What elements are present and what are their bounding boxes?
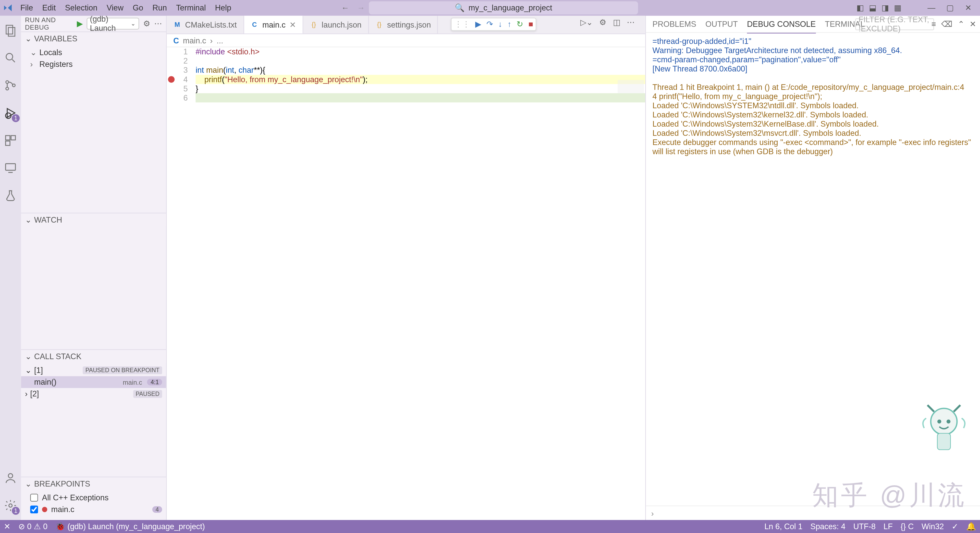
window-close-icon[interactable]: ✕ [959, 0, 977, 16]
debug-badge: 1 [12, 115, 20, 122]
status-indent[interactable]: Spaces: 4 [810, 522, 845, 531]
menu-file[interactable]: File [16, 0, 38, 16]
run-code-icon[interactable]: ▷⌄ [580, 18, 593, 27]
panel-tab-output[interactable]: OUTPUT [705, 19, 738, 29]
activity-debug-icon[interactable]: 1 [3, 105, 18, 121]
filter-icon[interactable]: ≡ [932, 19, 936, 29]
console-filter-input[interactable]: Filter (e.g. text, !exclude) [855, 18, 934, 30]
chevron-up-icon[interactable]: ⌃ [958, 19, 964, 29]
breakpoints-header[interactable]: ⌄BREAKPOINTS [21, 477, 166, 490]
status-encoding[interactable]: UTF-8 [853, 522, 875, 531]
restart-icon[interactable]: ↻ [517, 20, 523, 29]
menu-help[interactable]: Help [210, 0, 236, 16]
close-icon[interactable]: ✕ [290, 20, 296, 29]
vscode-logo-icon [0, 3, 16, 13]
bp-checkbox[interactable] [30, 506, 38, 513]
panel-tab-debug-console[interactable]: DEBUG CONSOLE [747, 19, 816, 33]
activity-extensions-icon[interactable] [3, 133, 18, 149]
breadcrumb[interactable]: C main.c › ... [167, 34, 645, 47]
callstack-header[interactable]: ⌄CALL STACK [21, 350, 166, 363]
variables-registers[interactable]: ›Registers [21, 59, 166, 70]
split-editor-icon[interactable]: ◫ [613, 18, 620, 27]
status-remote-icon[interactable]: ✕ [4, 522, 11, 531]
variables-locals[interactable]: ⌄Locals [21, 47, 166, 59]
menu-go[interactable]: Go [128, 0, 148, 16]
stop-icon[interactable]: ■ [528, 20, 533, 29]
command-center[interactable]: 🔍 my_c_language_project [369, 1, 638, 14]
status-prettier-icon[interactable]: ✓ [952, 522, 958, 531]
debug-repl-input[interactable]: › [646, 506, 980, 520]
activity-explorer-icon[interactable] [3, 22, 18, 38]
status-platform[interactable]: Win32 [921, 522, 944, 531]
variables-header[interactable]: ⌄VARIABLES [21, 32, 166, 45]
code-editor[interactable]: 123456 #include <stdio.h> int main(int, … [167, 47, 645, 520]
status-cursor[interactable]: Ln 6, Col 1 [764, 522, 802, 531]
gear-icon[interactable]: ⚙ [599, 18, 606, 27]
window-maximize-icon[interactable]: ▢ [941, 0, 959, 16]
step-into-icon[interactable]: ↓ [498, 20, 502, 29]
chevron-right-icon: › [30, 60, 37, 69]
menu-terminal[interactable]: Terminal [172, 0, 210, 16]
json-file-icon: {} [310, 21, 318, 29]
activity-scm-icon[interactable] [3, 77, 18, 93]
start-debug-icon[interactable]: ▶ [77, 19, 83, 28]
watch-header[interactable]: ⌄WATCH [21, 213, 166, 226]
status-debug-session[interactable]: 🐞 (gdb) Launch (my_c_language_project) [56, 522, 205, 531]
layout-right-icon[interactable]: ◨ [881, 3, 889, 13]
nav-forward-icon[interactable]: → [357, 3, 365, 13]
activity-search-icon[interactable] [3, 50, 18, 65]
minimap[interactable] [617, 80, 644, 93]
step-out-icon[interactable]: ↑ [508, 20, 511, 29]
thread-state: PAUSED [133, 390, 162, 398]
svg-point-12 [9, 504, 12, 507]
tab-launch-json[interactable]: {}launch.json [303, 16, 369, 33]
menu-selection[interactable]: Selection [60, 0, 102, 16]
close-icon[interactable]: ✕ [969, 19, 976, 29]
clear-icon[interactable]: ⌫ [941, 19, 953, 29]
svg-point-2 [6, 53, 13, 60]
chevron-down-icon: ⌄ [25, 34, 32, 43]
bp-all-cpp-exceptions[interactable]: All C++ Exceptions [21, 492, 166, 503]
tab-cmakelists[interactable]: MCMakeLists.txt [167, 16, 244, 33]
line-gutter: 123456 [167, 47, 192, 102]
settings-badge: 1 [12, 507, 20, 515]
activity-settings-icon[interactable]: 1 [3, 498, 18, 514]
status-language[interactable]: {} C [900, 522, 914, 531]
layout-custom-icon[interactable]: ▦ [894, 3, 901, 13]
gear-icon[interactable]: ⚙ [143, 19, 150, 28]
tab-main-c[interactable]: Cmain.c✕ [244, 16, 303, 33]
more-icon[interactable]: ⋯ [627, 18, 635, 27]
menu-run[interactable]: Run [148, 0, 172, 16]
layout-left-icon[interactable]: ◧ [856, 3, 864, 13]
svg-rect-1 [8, 27, 15, 36]
bp-main-c[interactable]: main.c 4 [21, 504, 166, 515]
menu-view[interactable]: View [102, 0, 128, 16]
layout-bottom-icon[interactable]: ⬓ [869, 3, 876, 13]
activity-remote-icon[interactable] [3, 160, 18, 176]
nav-back-icon[interactable]: ← [341, 3, 349, 13]
callstack-thread-2[interactable]: › [2] PAUSED [21, 388, 166, 400]
panel-tab-problems[interactable]: PROBLEMS [652, 19, 697, 29]
step-over-icon[interactable]: ↷ [487, 20, 493, 29]
tab-settings-json[interactable]: {}settings.json [369, 16, 438, 33]
continue-icon[interactable]: ▶ [475, 20, 481, 29]
editor-area: MCMakeLists.txt Cmain.c✕ {}launch.json {… [167, 16, 645, 520]
svg-rect-16 [937, 433, 950, 450]
thread-state: PAUSED ON BREAKPOINT [83, 366, 162, 374]
more-icon[interactable]: ⋯ [154, 19, 162, 28]
json-file-icon: {} [375, 21, 383, 29]
status-bell-icon[interactable]: 🔔 [966, 522, 976, 531]
grip-icon[interactable]: ⋮⋮ [454, 20, 470, 29]
window-minimize-icon[interactable]: ― [922, 0, 941, 16]
bp-checkbox[interactable] [30, 494, 38, 501]
debug-toolbar[interactable]: ⋮⋮ ▶ ↷ ↓ ↑ ↻ ■ [451, 18, 536, 31]
callstack-frame[interactable]: main() main.c 4:1 [21, 376, 166, 388]
activity-account-icon[interactable] [3, 470, 18, 486]
launch-config-select[interactable]: (gdb) Launch ⌄ [87, 18, 139, 29]
status-bar: ✕ ⊘ 0 ⚠ 0 🐞 (gdb) Launch (my_c_language_… [0, 520, 980, 533]
activity-test-icon[interactable] [3, 188, 18, 204]
status-problems[interactable]: ⊘ 0 ⚠ 0 [18, 522, 48, 531]
status-eol[interactable]: LF [883, 522, 893, 531]
callstack-thread-1[interactable]: ⌄ [1] PAUSED ON BREAKPOINT [21, 364, 166, 376]
menu-edit[interactable]: Edit [38, 0, 60, 16]
